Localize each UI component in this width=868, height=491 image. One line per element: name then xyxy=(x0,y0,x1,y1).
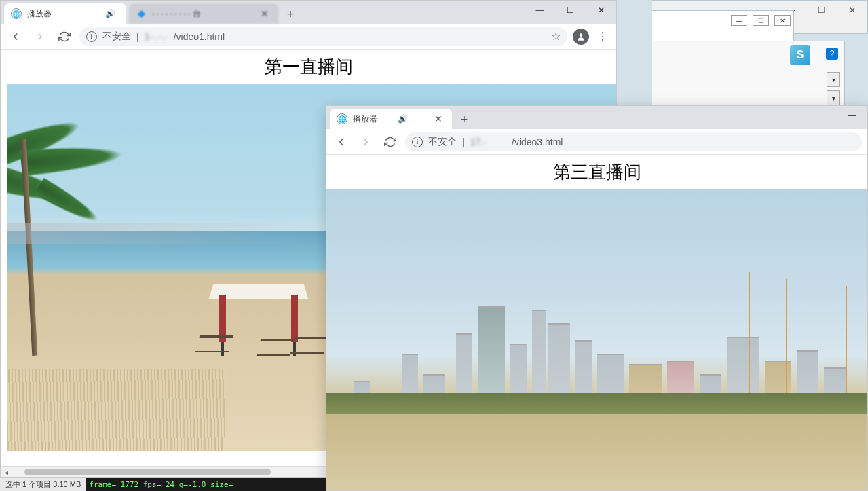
bg-mid-max-button[interactable]: ☐ xyxy=(753,15,769,26)
dropdown-arrow-icon[interactable]: ▾ xyxy=(827,90,840,105)
security-label: 不安全 xyxy=(428,136,457,148)
globe-icon: 🌐 xyxy=(11,8,22,19)
dropdown-arrow-icon[interactable]: ▾ xyxy=(827,72,840,87)
tab-bar: 🌐 播放器 🔊 🔷 · · · · · · · · · 台 ✕ + — ☐ ✕ xyxy=(1,1,616,24)
back-button[interactable] xyxy=(332,132,351,151)
bg-mid-close-button[interactable]: ✕ xyxy=(774,15,791,26)
tab-player[interactable]: 🌐 播放器 🔊 xyxy=(4,3,126,24)
new-tab-button[interactable]: + xyxy=(281,5,300,24)
toolbar: i 不安全 | 17.· /video3.html xyxy=(326,129,867,155)
reload-button[interactable] xyxy=(55,27,74,46)
menu-button[interactable]: ⋮ xyxy=(595,30,611,43)
tab-title: · · · · · · · · · 台 xyxy=(152,8,201,20)
video-player[interactable] xyxy=(326,189,867,490)
toolbar: i 不安全 | 1··.··.· /video1.html ☆ ⋮ xyxy=(1,24,616,50)
tab-title: 播放器 xyxy=(27,8,52,20)
help-icon[interactable]: ? xyxy=(826,48,838,60)
scroll-left-icon[interactable]: ◂ xyxy=(1,467,12,478)
close-icon[interactable]: ✕ xyxy=(432,113,445,124)
browser-window-2: 🌐 播放器 🔊 ✕ + — i 不安全 | 17.· /video3.html … xyxy=(326,105,868,491)
forward-button[interactable] xyxy=(31,27,50,46)
favicon-icon: 🔷 xyxy=(136,8,147,19)
tab-player[interactable]: 🌐 播放器 🔊 ✕ xyxy=(330,109,452,129)
close-button[interactable]: ✕ xyxy=(586,1,616,20)
profile-avatar-icon[interactable] xyxy=(573,29,589,45)
separator: | xyxy=(462,137,465,147)
status-bar: 选中 1 个项目 3.10 MB frame= 1772 fps= 24 q=-… xyxy=(0,478,326,491)
scroll-thumb[interactable] xyxy=(24,469,271,475)
address-bar[interactable]: i 不安全 | 17.· /video3.html xyxy=(405,132,862,151)
globe-icon: 🌐 xyxy=(337,113,347,124)
new-tab-button[interactable]: + xyxy=(455,110,474,129)
app-logo-icon: S xyxy=(790,45,810,65)
bg-mid-min-button[interactable]: — xyxy=(731,15,747,26)
city-video-frame xyxy=(326,189,867,490)
audio-icon[interactable]: 🔊 xyxy=(105,9,115,18)
minimize-button[interactable]: — xyxy=(837,106,867,125)
page-content: 第三直播间 xyxy=(326,155,867,490)
minimize-button[interactable]: — xyxy=(525,1,555,20)
explorer-selection: 选中 1 个项目 3.10 MB xyxy=(0,478,86,491)
bookmark-star-icon[interactable]: ☆ xyxy=(551,30,561,43)
close-icon[interactable]: ✕ xyxy=(258,8,271,19)
page-heading: 第三直播间 xyxy=(326,155,867,189)
url-host: 1··.··.· xyxy=(145,31,168,42)
address-bar[interactable]: i 不安全 | 1··.··.· /video1.html ☆ xyxy=(79,27,567,46)
info-icon[interactable]: i xyxy=(412,137,423,147)
info-icon[interactable]: i xyxy=(86,31,97,42)
ffmpeg-output: frame= 1772 fps= 24 q=-1.0 size= xyxy=(89,480,233,489)
security-label: 不安全 xyxy=(102,31,131,43)
tab-bar: 🌐 播放器 🔊 ✕ + — xyxy=(326,106,867,129)
tab-secondary[interactable]: 🔷 · · · · · · · · · 台 ✕ xyxy=(129,3,278,24)
maximize-button[interactable]: ☐ xyxy=(555,1,586,20)
reload-button[interactable] xyxy=(381,132,400,151)
separator: | xyxy=(136,31,139,42)
audio-icon[interactable]: 🔊 xyxy=(398,114,408,124)
forward-button[interactable] xyxy=(356,132,375,151)
back-button[interactable] xyxy=(6,27,25,46)
url-host: 17.· xyxy=(470,137,486,147)
page-heading: 第一直播间 xyxy=(1,50,616,84)
url-path: /video1.html xyxy=(174,31,225,42)
svg-point-0 xyxy=(580,33,583,37)
bg-close-button[interactable]: ✕ xyxy=(837,1,867,20)
url-path: /video3.html xyxy=(512,137,563,147)
tab-title: 播放器 xyxy=(353,113,377,125)
bg-maximize-button[interactable]: ☐ xyxy=(806,1,837,20)
